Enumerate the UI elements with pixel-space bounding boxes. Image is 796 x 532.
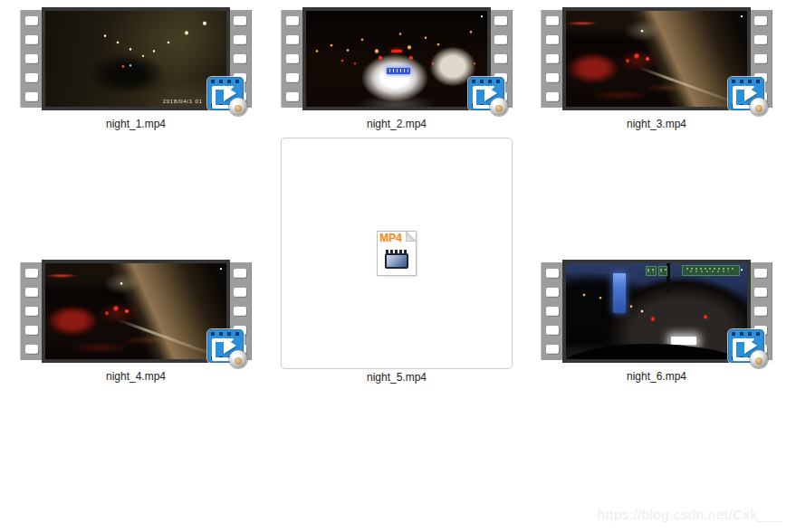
film-clip-glyph	[385, 250, 408, 269]
film-picture	[387, 255, 407, 267]
filmstrip-frame: 2018/04/1 01	[20, 7, 252, 110]
video-frame: 2018/04/1 01	[42, 7, 230, 110]
sprocket-hole	[286, 16, 299, 25]
license-plate-glow	[671, 337, 696, 346]
sprocket-hole	[25, 54, 38, 63]
file-browser-canvas: 2018/04/1 01 night_1.mp4	[0, 0, 796, 532]
thumbnail-image	[566, 263, 747, 359]
sprocket-hole	[546, 269, 559, 278]
timestamp-overlay: 2018/04/1 01	[163, 98, 203, 104]
file-name[interactable]: night_1.mp4	[106, 118, 166, 130]
sprocket-hole	[546, 326, 559, 335]
sprocket-hole	[286, 92, 299, 101]
filmstrip-sprockets-left	[541, 262, 564, 360]
film-reel-badge-icon	[229, 98, 247, 116]
filmstrip-sprockets-left	[20, 10, 43, 108]
file-name[interactable]: night_4.mp4	[106, 370, 166, 383]
film-reel-badge-icon	[229, 350, 247, 368]
filmstrip-frame	[20, 260, 252, 363]
thumbnail-image: 2018/04/1 01	[45, 11, 226, 107]
sprocket-hole	[546, 35, 559, 44]
highway-sign	[658, 266, 667, 276]
sprocket-hole	[754, 54, 767, 63]
sprocket-hole	[546, 92, 559, 101]
video-player-overlay-icon	[728, 329, 770, 369]
file-item-night-4[interactable]: night_4.mp4	[20, 260, 252, 383]
sprocket-hole	[754, 307, 767, 316]
file-name[interactable]: night_6.mp4	[627, 370, 686, 383]
sprocket-hole	[754, 288, 767, 297]
sprocket-hole	[494, 35, 507, 44]
filmstrip-frame	[281, 7, 513, 110]
video-frame	[562, 7, 751, 110]
sprocket-hole	[25, 92, 38, 101]
video-frame	[562, 260, 751, 363]
file-item-night-1[interactable]: 2018/04/1 01 night_1.mp4	[20, 7, 252, 130]
sprocket-hole	[25, 326, 38, 335]
mp4-placeholder-box: MP4	[281, 138, 513, 369]
sprocket-hole	[546, 73, 559, 82]
sprocket-hole	[754, 16, 767, 25]
mp4-file-icon: MP4	[377, 231, 417, 276]
sprocket-hole	[25, 269, 38, 278]
sprocket-hole	[546, 345, 559, 354]
video-player-overlay-icon	[468, 77, 510, 117]
sprocket-hole	[546, 307, 559, 316]
file-name[interactable]: night_3.mp4	[627, 118, 686, 130]
file-item-night-2[interactable]: night_2.mp4	[281, 7, 513, 130]
sprocket-hole	[286, 54, 299, 63]
file-name[interactable]: night_5.mp4	[367, 371, 427, 384]
video-player-overlay-icon	[207, 77, 249, 117]
filmstrip-frame	[541, 260, 772, 363]
sprocket-hole	[494, 54, 507, 63]
file-item-night-3[interactable]: night_3.mp4	[541, 7, 772, 130]
sprocket-hole	[25, 35, 38, 44]
sprocket-hole	[234, 16, 246, 25]
sprocket-hole	[234, 307, 246, 316]
csdn-watermark: https://blog.csdn.net/Cxk___	[598, 507, 782, 522]
sprocket-hole	[25, 345, 38, 354]
sprocket-hole	[234, 288, 246, 297]
highway-sign	[646, 266, 657, 276]
video-frame	[42, 260, 230, 363]
sprocket-hole	[25, 73, 38, 82]
thumbnail-image	[45, 263, 226, 359]
sprocket-hole	[286, 73, 299, 82]
file-item-night-5[interactable]: MP4 night_5.mp4	[281, 138, 513, 384]
sprocket-hole	[754, 269, 767, 278]
filmstrip-sprockets-left	[281, 10, 304, 108]
video-player-overlay-icon	[207, 329, 249, 369]
page-fold-corner	[406, 232, 416, 242]
blue-skyscraper	[613, 273, 626, 314]
file-name[interactable]: night_2.mp4	[367, 118, 427, 130]
filmstrip-frame	[541, 7, 772, 110]
sprocket-hole	[234, 54, 246, 63]
sprocket-hole	[25, 16, 38, 25]
film-body	[385, 253, 408, 269]
film-reel-badge-icon	[490, 98, 508, 116]
film-reel-badge-icon	[750, 350, 768, 368]
video-frame	[302, 7, 491, 110]
filmstrip-sprockets-left	[541, 10, 564, 108]
thumbnail-image	[566, 11, 747, 107]
highway-sign	[682, 265, 740, 276]
sprocket-hole	[286, 35, 299, 44]
sprocket-hole	[234, 35, 246, 44]
film-reel-badge-icon	[750, 98, 768, 116]
sprocket-hole	[546, 288, 559, 297]
filmstrip-sprockets-left	[20, 262, 43, 360]
sprocket-hole	[546, 54, 559, 63]
sprocket-hole	[234, 269, 246, 278]
sprocket-hole	[25, 307, 38, 316]
mp4-label: MP4	[379, 232, 402, 244]
sprocket-hole	[754, 35, 767, 44]
sprocket-hole	[494, 16, 507, 25]
thumbnail-image	[306, 11, 487, 107]
sprocket-hole	[546, 16, 559, 25]
file-item-night-6[interactable]: night_6.mp4	[541, 260, 772, 383]
video-player-overlay-icon	[728, 77, 770, 117]
sprocket-hole	[25, 288, 38, 297]
